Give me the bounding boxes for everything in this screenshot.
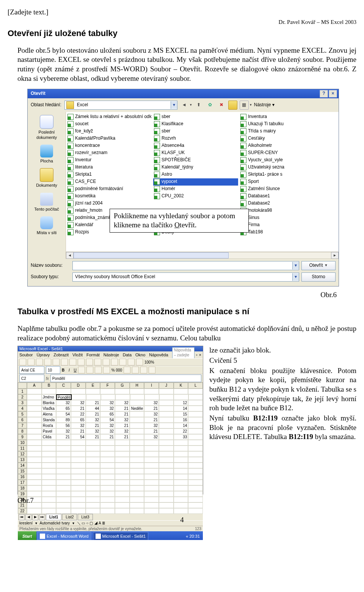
file-item[interactable]: sber — [153, 128, 238, 135]
cell[interactable] — [71, 457, 86, 463]
search-web-icon[interactable]: ✿ — [206, 101, 215, 110]
cell[interactable] — [130, 423, 144, 428]
cell[interactable] — [27, 474, 42, 480]
back-icon[interactable]: ◄ — [180, 101, 189, 110]
cell[interactable] — [100, 497, 115, 502]
cell[interactable] — [159, 502, 174, 508]
cell[interactable] — [159, 446, 174, 451]
cell[interactable] — [130, 474, 144, 480]
chevron-down-icon[interactable]: ▾ — [292, 262, 299, 269]
cell[interactable] — [42, 440, 56, 446]
cell[interactable] — [27, 508, 42, 514]
cell[interactable] — [144, 508, 159, 514]
cell[interactable]: 32 — [144, 411, 159, 417]
tab-prev-icon[interactable]: ◀ — [25, 514, 31, 520]
sheet-tab-2[interactable]: List2 — [62, 514, 77, 520]
cell[interactable] — [174, 497, 188, 502]
col-header[interactable]: I — [144, 383, 159, 389]
close-button[interactable]: × — [329, 90, 337, 98]
filename-input[interactable]: ▾ — [72, 261, 299, 270]
spell-icon[interactable] — [61, 359, 68, 365]
file-item[interactable]: Inventur — [67, 157, 152, 164]
row-header[interactable]: 22 — [18, 508, 27, 514]
delete-icon[interactable]: ✖ — [217, 101, 226, 110]
cell[interactable] — [71, 491, 86, 497]
print-icon[interactable] — [44, 359, 51, 365]
cell[interactable] — [86, 446, 100, 451]
sheet-tab-3[interactable]: List3 — [78, 514, 93, 520]
col-header[interactable]: H — [130, 383, 144, 389]
formula-input[interactable]: Pondělí — [50, 375, 201, 382]
row-header[interactable]: 10 — [18, 440, 27, 446]
cell[interactable] — [174, 463, 188, 468]
cell[interactable] — [100, 474, 115, 480]
filetype-select[interactable]: Všechny soubory Microsoft Office Excel▾ — [72, 272, 299, 282]
cell[interactable] — [130, 463, 144, 468]
file-item[interactable] — [153, 200, 238, 207]
cell[interactable] — [188, 502, 203, 508]
cell[interactable] — [130, 491, 144, 497]
file-item[interactable]: vypocet — [153, 178, 238, 186]
cell[interactable] — [71, 474, 86, 480]
cell[interactable] — [42, 457, 56, 463]
cell[interactable] — [100, 491, 115, 497]
cell[interactable] — [159, 434, 174, 440]
cell[interactable] — [130, 428, 144, 434]
cell[interactable]: 21 — [144, 406, 159, 411]
cell[interactable]: 65 — [71, 417, 86, 423]
file-item[interactable]: CPU_2002 — [153, 193, 238, 200]
cell[interactable] — [174, 451, 188, 457]
cell[interactable] — [71, 463, 86, 468]
cell[interactable] — [86, 480, 100, 485]
file-item[interactable]: fce_když — [67, 128, 152, 135]
cell[interactable]: 32 — [144, 423, 159, 428]
cell[interactable] — [144, 474, 159, 480]
cell[interactable]: 21 — [144, 428, 159, 434]
cell[interactable] — [144, 480, 159, 485]
tools-label[interactable]: Nástroje ▾ — [254, 102, 275, 108]
menu-item[interactable]: Formát — [86, 352, 100, 357]
cell[interactable] — [56, 508, 71, 514]
formula-bar[interactable]: C2 fx Pondělí — [18, 374, 203, 383]
taskbar-app-1[interactable]: Excel - Microsoft Word — [37, 532, 91, 540]
cell[interactable] — [86, 457, 100, 463]
cell[interactable] — [115, 468, 130, 474]
cell[interactable] — [174, 457, 188, 463]
cell[interactable] — [71, 508, 86, 514]
cell[interactable] — [115, 457, 130, 463]
sidebar-documents[interactable]: Dokumenty — [28, 167, 65, 191]
cell[interactable] — [188, 389, 203, 394]
col-header[interactable]: J — [159, 383, 174, 389]
cell[interactable] — [188, 394, 203, 400]
cell[interactable] — [100, 485, 115, 491]
file-item[interactable]: literatura — [67, 164, 152, 171]
cell[interactable] — [144, 491, 159, 497]
cell[interactable] — [159, 428, 174, 434]
file-item[interactable]: Zámek listu a relativní + absolutní odka… — [67, 113, 152, 121]
cell[interactable] — [56, 389, 71, 394]
undo-icon[interactable] — [94, 359, 101, 365]
start-button[interactable]: Start — [18, 531, 36, 540]
file-item[interactable]: rozevír_seznam — [67, 150, 152, 157]
cell[interactable] — [86, 491, 100, 497]
row-header[interactable]: 6 — [18, 417, 27, 423]
cell[interactable] — [188, 451, 203, 457]
cell[interactable] — [115, 508, 130, 514]
sort-asc-icon[interactable] — [119, 359, 126, 365]
preview-icon[interactable] — [53, 359, 60, 365]
col-header[interactable]: C — [56, 383, 71, 389]
menu-item[interactable]: Soubor — [19, 352, 33, 357]
cell[interactable] — [56, 497, 71, 502]
file-item[interactable]: Firma — [240, 222, 304, 229]
cell[interactable] — [27, 451, 42, 457]
cell[interactable] — [86, 389, 100, 394]
cell[interactable] — [144, 468, 159, 474]
row-header[interactable]: 15 — [18, 468, 27, 474]
col-header[interactable]: A — [27, 383, 42, 389]
cell[interactable]: 21 — [100, 434, 115, 440]
cell[interactable] — [130, 446, 144, 451]
cell[interactable]: 89 — [56, 417, 71, 423]
scroll-track[interactable] — [74, 252, 331, 259]
cell[interactable]: Cilda — [42, 434, 56, 440]
cell[interactable] — [86, 508, 100, 514]
